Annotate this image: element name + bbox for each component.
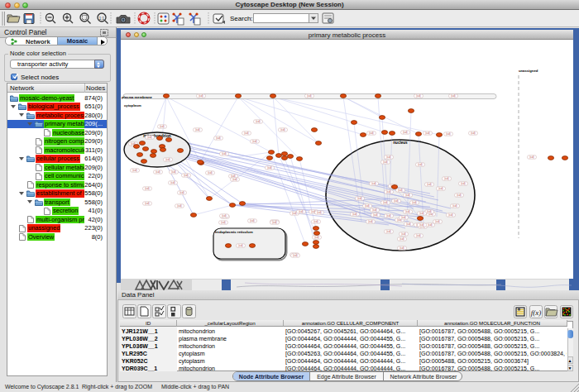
svg-text:(x-d): (x-d) — [386, 190, 390, 194]
svg-text:(x-d): (x-d) — [280, 128, 285, 131]
svg-text:(x-d): (x-d) — [428, 223, 432, 227]
svg-text:f(x): f(x) — [531, 308, 542, 317]
svg-text:(x-d): (x-d) — [132, 169, 136, 172]
svg-text:(x-d): (x-d) — [252, 140, 256, 143]
svg-text:(x-d): (x-d) — [400, 237, 404, 241]
svg-text:(x-d): (x-d) — [398, 189, 402, 192]
svg-text:(x-d): (x-d) — [313, 220, 318, 223]
svg-text:(x-d): (x-d) — [427, 183, 431, 186]
svg-text:1:1: 1:1 — [99, 17, 105, 21]
svg-text:(x-d): (x-d) — [383, 201, 387, 204]
svg-text:plasma membrane: plasma membrane — [122, 95, 152, 99]
svg-text:(x-d): (x-d) — [452, 204, 457, 208]
svg-text:Search:: Search: — [230, 15, 253, 22]
svg-text:(x-d): (x-d) — [448, 213, 452, 217]
svg-text:(x-d): (x-d) — [292, 212, 296, 215]
svg-text:(x-d): (x-d) — [244, 131, 248, 135]
svg-text:(x-d): (x-d) — [529, 155, 534, 159]
svg-text:(x-d): (x-d) — [418, 163, 422, 166]
svg-text:(x-d): (x-d) — [416, 234, 420, 237]
svg-text:(x-d): (x-d) — [216, 136, 220, 140]
svg-text:(x-d): (x-d) — [401, 216, 405, 219]
svg-text:(x-d): (x-d) — [412, 201, 416, 204]
svg-text:(x-d): (x-d) — [145, 187, 149, 190]
svg-text:(x-d): (x-d) — [170, 181, 175, 184]
svg-text:(x-d): (x-d) — [403, 131, 407, 134]
svg-text:unassigned: unassigned — [519, 69, 538, 73]
svg-text:(x-d): (x-d) — [438, 187, 443, 190]
svg-text:(x-d): (x-d) — [457, 194, 461, 197]
svg-text:(x-d): (x-d) — [195, 128, 199, 131]
svg-text:(x-d): (x-d) — [171, 170, 175, 174]
svg-text:(x-d): (x-d) — [444, 177, 448, 180]
svg-text:(x-d): (x-d) — [401, 232, 405, 236]
svg-text:cytoplasm: cytoplasm — [124, 103, 141, 108]
svg-text:(x-d): (x-d) — [352, 213, 356, 216]
svg-text:(x-d): (x-d) — [184, 174, 188, 177]
svg-text:(x-d): (x-d) — [427, 210, 431, 213]
svg-text:nucleus: nucleus — [393, 141, 408, 145]
svg-text:(x-d): (x-d) — [314, 236, 318, 239]
svg-text:(x-d): (x-d) — [317, 211, 321, 214]
svg-text:(x-d): (x-d) — [357, 197, 361, 200]
svg-text:(x-d): (x-d) — [256, 120, 260, 123]
svg-text:(x-d): (x-d) — [222, 214, 226, 218]
svg-text:(x-d): (x-d) — [406, 222, 410, 226]
svg-text:(x-d): (x-d) — [365, 204, 369, 208]
svg-text:(x-d): (x-d) — [199, 94, 203, 98]
svg-text:(x-d): (x-d) — [471, 131, 475, 135]
svg-text:(x-d): (x-d) — [446, 132, 450, 136]
svg-text:(x-d): (x-d) — [416, 94, 420, 98]
svg-text:(x-d): (x-d) — [293, 254, 297, 257]
svg-text:(x-d): (x-d) — [267, 166, 271, 170]
svg-text:endoplasmic reticulum: endoplasmic reticulum — [215, 230, 253, 234]
svg-text:(x-d): (x-d) — [221, 221, 225, 224]
svg-text:(x-d): (x-d) — [371, 182, 376, 185]
svg-text:(x-d): (x-d) — [435, 220, 439, 223]
svg-text:(x-d): (x-d) — [383, 160, 387, 164]
svg-text:(x-d): (x-d) — [272, 221, 276, 224]
svg-text:(x-d): (x-d) — [222, 152, 226, 155]
svg-text:(x-d): (x-d) — [250, 219, 254, 222]
svg-text:(x-d): (x-d) — [394, 199, 398, 203]
svg-text:(x-d): (x-d) — [156, 170, 160, 174]
svg-text:(x-d): (x-d) — [238, 244, 242, 247]
svg-text:(x-d): (x-d) — [231, 174, 235, 178]
svg-text:(x-d): (x-d) — [461, 182, 465, 185]
svg-text:(x-d): (x-d) — [373, 213, 377, 217]
svg-text:(x-d): (x-d) — [307, 94, 311, 98]
svg-text:(x-d): (x-d) — [160, 125, 164, 128]
svg-text:(x-d): (x-d) — [177, 204, 181, 208]
svg-text:(x-d): (x-d) — [145, 202, 149, 205]
svg-text:(x-d): (x-d) — [386, 155, 390, 159]
svg-text:(x-d): (x-d) — [419, 212, 423, 215]
svg-text:(x-d): (x-d) — [165, 158, 170, 161]
svg-text:(x-d): (x-d) — [299, 210, 303, 213]
svg-text:(x-d): (x-d) — [386, 230, 390, 233]
svg-text:(x-d): (x-d) — [405, 194, 409, 197]
svg-text:(x-d): (x-d) — [179, 191, 184, 194]
svg-text:(x-d): (x-d) — [419, 223, 423, 227]
svg-text:(x-d): (x-d) — [368, 220, 372, 223]
svg-text:(x-d): (x-d) — [425, 131, 429, 135]
svg-text:(x-d): (x-d) — [400, 246, 404, 250]
svg-text:(x-d): (x-d) — [386, 214, 390, 218]
svg-text:(x-d): (x-d) — [147, 136, 151, 139]
svg-text:(x-d): (x-d) — [451, 94, 455, 98]
svg-text:(x-d): (x-d) — [232, 178, 237, 181]
svg-text:(x-d): (x-d) — [405, 210, 409, 213]
svg-text:(x-d): (x-d) — [369, 131, 373, 135]
svg-text:(x-d): (x-d) — [208, 171, 212, 174]
svg-text:(x-d): (x-d) — [372, 208, 376, 212]
